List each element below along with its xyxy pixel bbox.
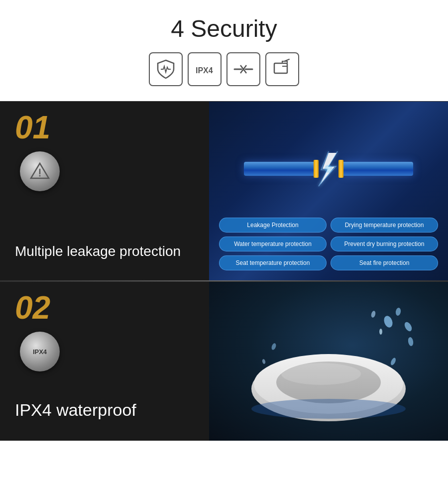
section-02-label: IPX4 waterproof bbox=[15, 399, 194, 421]
svg-point-15 bbox=[379, 329, 382, 335]
seat-temp-btn: Seat temperature protection bbox=[219, 255, 327, 270]
svg-point-7 bbox=[39, 175, 41, 177]
page-title: 4 Security bbox=[10, 15, 438, 42]
svg-point-19 bbox=[281, 363, 361, 385]
seat-fire-btn: Seat fire protection bbox=[331, 255, 438, 270]
section-02-image bbox=[209, 282, 448, 441]
section-01-number: 01 bbox=[15, 112, 50, 143]
svg-point-9 bbox=[327, 167, 331, 171]
svg-point-11 bbox=[395, 307, 402, 316]
svg-point-13 bbox=[370, 310, 376, 318]
leakage-icon bbox=[232, 58, 254, 80]
ipx4-icon: IPX4 bbox=[194, 58, 216, 80]
shield-pulse-icon bbox=[155, 58, 177, 80]
section-02-number: 02 bbox=[15, 292, 50, 324]
section-01-label: Multiple leakage protection bbox=[15, 242, 194, 260]
svg-point-23 bbox=[390, 357, 397, 366]
svg-rect-3 bbox=[274, 63, 287, 73]
svg-text:IPX4: IPX4 bbox=[196, 66, 213, 75]
section-02: 02 IPX4 IPX4 waterproof bbox=[0, 281, 448, 441]
ipx4-icon-box: IPX4 bbox=[188, 52, 222, 86]
section-02-badge: IPX4 bbox=[20, 332, 60, 371]
svg-point-21 bbox=[271, 343, 277, 351]
svg-point-12 bbox=[403, 321, 413, 332]
shield-pulse-icon-box bbox=[149, 52, 183, 86]
leakage-icon-box bbox=[226, 52, 260, 86]
export-icon bbox=[271, 58, 293, 80]
toilet-seat-illustration bbox=[234, 297, 423, 426]
svg-point-14 bbox=[408, 337, 414, 346]
section-01-badge bbox=[20, 151, 60, 191]
pipe-right bbox=[343, 162, 413, 176]
header-section: 4 Security IPX4 bbox=[0, 0, 448, 101]
icons-row: IPX4 bbox=[10, 52, 438, 86]
warning-triangle-icon bbox=[29, 160, 51, 182]
export-icon-box bbox=[265, 52, 299, 86]
ipx4-badge-text: IPX4 bbox=[33, 348, 47, 356]
section-01: 01 Multiple leakage protection bbox=[0, 101, 448, 280]
pipe-left bbox=[244, 162, 314, 176]
svg-point-10 bbox=[382, 314, 394, 328]
svg-point-22 bbox=[262, 359, 266, 364]
section-01-image: Leakage Protection Drying temperature pr… bbox=[209, 102, 448, 280]
svg-point-20 bbox=[251, 399, 406, 419]
